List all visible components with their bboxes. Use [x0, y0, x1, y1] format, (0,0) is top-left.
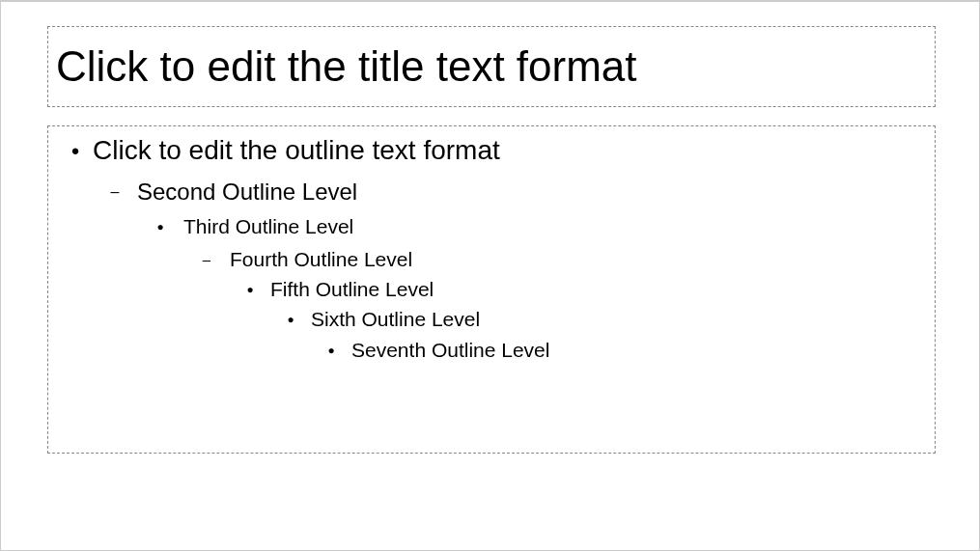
- outline-level-5-text: Fifth Outline Level: [270, 276, 434, 303]
- bullet-dot-icon: ●: [311, 343, 351, 358]
- bullet-dot-icon: ●: [270, 312, 311, 327]
- bullet-dash-icon: –: [93, 181, 137, 203]
- title-placeholder-text: Click to edit the title text format: [56, 43, 637, 90]
- outline-placeholder-box[interactable]: ● Click to edit the outline text format …: [47, 125, 936, 454]
- bullet-dot-icon: ●: [58, 141, 93, 160]
- outline-level-7[interactable]: ● Seventh Outline Level: [311, 337, 925, 364]
- outline-level-4-text: Fourth Outline Level: [230, 246, 412, 273]
- bullet-dot-icon: ●: [230, 282, 270, 297]
- outline-level-5[interactable]: ● Fifth Outline Level: [230, 276, 925, 303]
- outline-level-1[interactable]: ● Click to edit the outline text format: [58, 132, 925, 169]
- title-placeholder-box[interactable]: Click to edit the title text format: [47, 26, 936, 107]
- outline-level-6-text: Sixth Outline Level: [311, 306, 480, 333]
- bullet-dash-icon: –: [183, 250, 230, 269]
- outline-level-2-text: Second Outline Level: [137, 177, 357, 207]
- outline-level-4[interactable]: – Fourth Outline Level: [183, 246, 925, 273]
- outline-level-6[interactable]: ● Sixth Outline Level: [270, 306, 925, 333]
- outline-level-3-text: Third Outline Level: [183, 213, 353, 240]
- outline-level-3[interactable]: ● Third Outline Level: [137, 213, 925, 240]
- outline-level-7-text: Seventh Outline Level: [351, 337, 549, 364]
- outline-level-1-text: Click to edit the outline text format: [93, 132, 500, 169]
- bullet-dot-icon: ●: [137, 219, 183, 234]
- outline-level-2[interactable]: – Second Outline Level: [93, 177, 925, 207]
